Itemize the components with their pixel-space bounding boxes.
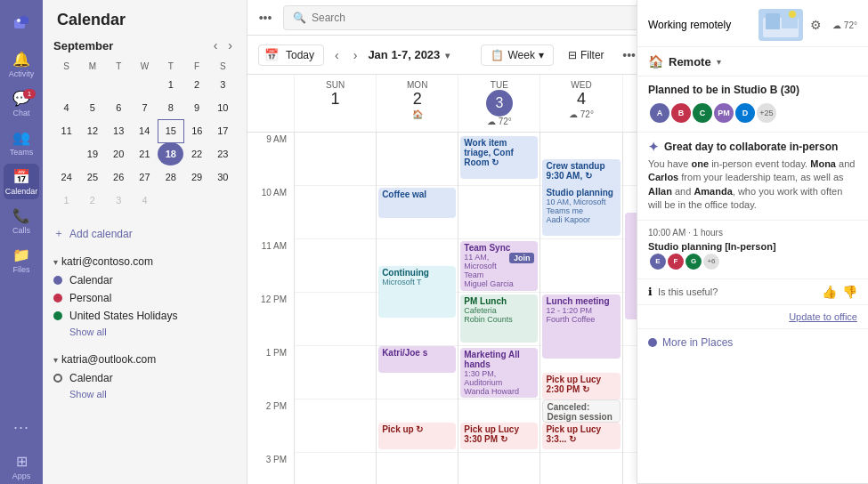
event-lunch-meeting[interactable]: Lunch meeting 12 - 1:20 PM Fourth Coffee [542, 294, 620, 359]
sidebar-item-calendar[interactable]: 📅 Calendar [4, 164, 39, 199]
today-button[interactable]: Today [282, 47, 318, 63]
mini-cal-day[interactable] [210, 189, 236, 212]
mini-cal-day[interactable]: 20 [106, 142, 132, 165]
mini-cal-day[interactable]: 3 [106, 189, 132, 212]
mini-cal-day[interactable]: 8 [158, 96, 183, 119]
filter-button[interactable]: ⊟ Filter [561, 45, 612, 65]
event-design-session[interactable]: Canceled: Design session [542, 399, 620, 423]
mini-cal-day[interactable] [53, 142, 79, 165]
more-places-button[interactable]: More in Places [637, 329, 868, 356]
mini-cal-day[interactable]: 21 [132, 142, 158, 165]
day-header-tue: Tue 3 ☁ 72° [458, 75, 539, 132]
mini-cal-day[interactable]: 9 [183, 96, 209, 119]
mini-cal-week-2[interactable]: 4 5 6 7 8 9 10 [53, 96, 236, 119]
mini-cal-day[interactable]: 1 [53, 189, 79, 212]
contoso-section-header[interactable]: ▾ katri@contoso.com [53, 252, 236, 271]
sidebar-item-more[interactable]: ··· [4, 409, 39, 445]
event-team-sync[interactable]: Team Sync Join 11 AM, Microsoft Team Mig… [460, 241, 538, 291]
week-view-button[interactable]: 📋 Week ▾ [481, 44, 553, 66]
show-all-contoso[interactable]: Show all [53, 325, 236, 343]
mini-cal-day[interactable]: 2 [183, 73, 209, 96]
mini-cal-day[interactable]: 17 [210, 119, 236, 142]
thumbs-up-icon[interactable]: 👍 [822, 285, 837, 299]
mini-cal-day[interactable]: 12 [79, 119, 105, 142]
search-bar[interactable]: 🔍 [283, 5, 639, 30]
mini-cal-day[interactable]: 18 [158, 142, 183, 165]
mini-cal-day[interactable]: 5 [79, 96, 105, 119]
mini-cal-day[interactable]: 11 [53, 119, 79, 142]
event-pm-lunch[interactable]: PM Lunch Cafeteria Robin Counts [460, 294, 538, 343]
mini-cal-day[interactable]: 6 [106, 96, 132, 119]
calendar-item-outlook-cal[interactable]: Calendar [53, 369, 236, 387]
popup-event-item[interactable]: 10:00 AM · 1 hours Studio planning [In-p… [637, 221, 868, 279]
mini-cal-day[interactable]: 10 [210, 96, 236, 119]
studio-avatar-1: A [648, 101, 671, 125]
event-pickup-mon[interactable]: Pick up ↻ [378, 423, 456, 449]
event-studio-planning[interactable]: Studio planning 10 AM, Microsoft Teams m… [542, 186, 620, 236]
mini-cal-next[interactable]: › [224, 36, 236, 54]
popup-location-row[interactable]: 🏠 Remote ▾ [637, 47, 868, 77]
sidebar-item-files[interactable]: 📁 Files [4, 242, 39, 278]
mini-cal-week-4[interactable]: 19 20 21 18 22 23 [53, 142, 236, 165]
prev-week-button[interactable]: ‹ [331, 44, 343, 66]
mini-cal-day[interactable]: 15 [158, 119, 183, 142]
event-katri-joe[interactable]: Katri/Joe s [378, 346, 456, 373]
mini-cal-day[interactable] [79, 73, 105, 96]
more-options-button[interactable]: ••• [255, 7, 276, 28]
date-chevron-icon: ▾ [445, 51, 450, 60]
sidebar-item-activity[interactable]: 🔔 Activity [4, 46, 39, 82]
event-pickup-330-wed[interactable]: Pick up Lucy 3:3... ↻ [542, 423, 620, 449]
sidebar-item-calls[interactable]: 📞 Calls [4, 203, 39, 238]
mini-cal-day[interactable]: 28 [158, 165, 183, 189]
event-continuing[interactable]: Continuing Microsoft T [378, 266, 456, 318]
mini-cal-week-1[interactable]: 1 2 3 [53, 73, 236, 96]
mini-cal-day[interactable]: 26 [106, 165, 132, 189]
mini-cal-day[interactable]: 7 [132, 96, 158, 119]
mini-cal-day[interactable]: 23 [210, 142, 236, 165]
calendar-item-contoso-cal[interactable]: Calendar [53, 271, 236, 289]
calendar-item-holidays[interactable]: United States Holidays [53, 307, 236, 325]
sidebar-item-apps[interactable]: ⊞ Apps [4, 448, 39, 484]
mini-cal-day[interactable]: 29 [183, 165, 209, 189]
mini-cal-day[interactable] [53, 73, 79, 96]
mini-cal-day[interactable]: 19 [79, 142, 105, 165]
sidebar-item-teams-nav[interactable]: 👥 Teams [4, 125, 39, 160]
show-all-outlook[interactable]: Show all [53, 387, 236, 405]
add-calendar-button[interactable]: ＋ Add calendar [53, 222, 236, 245]
mini-cal-day[interactable]: 25 [79, 165, 105, 189]
thumbs-down-icon[interactable]: 👎 [842, 285, 857, 299]
mini-cal-day[interactable]: 4 [53, 96, 79, 119]
mini-cal-week-3[interactable]: 11 12 13 14 15 16 17 [53, 119, 236, 142]
mini-cal-day[interactable]: 30 [210, 165, 236, 189]
mini-cal-day[interactable]: 2 [79, 189, 105, 212]
settings-gear-icon[interactable]: ⚙ [810, 18, 822, 32]
mini-cal-day[interactable]: 22 [183, 142, 209, 165]
mini-cal-day[interactable]: 27 [132, 165, 158, 189]
event-pickup-230[interactable]: Pick up Lucy 2:30 PM ↻ [542, 373, 620, 399]
mini-cal-prev[interactable]: ‹ [210, 36, 222, 54]
calendar-item-personal[interactable]: Personal [53, 289, 236, 307]
outlook-section-header[interactable]: ▾ katria@outlook.com [53, 350, 236, 369]
event-coffee-walk[interactable]: Coffee wal [378, 188, 456, 218]
mini-cal-week-5[interactable]: 24 25 26 27 28 29 30 [53, 165, 236, 189]
event-pickup-tue[interactable]: Pick up Lucy 3:30 PM ↻ [460, 423, 538, 449]
mini-cal-day[interactable] [106, 73, 132, 96]
mini-cal-day[interactable] [158, 189, 183, 212]
mini-cal-day[interactable]: 1 [158, 73, 183, 96]
mini-cal-day[interactable] [183, 189, 209, 212]
sidebar-item-teams[interactable] [4, 7, 39, 43]
sidebar-item-chat[interactable]: 💬 Chat 1 [4, 85, 39, 121]
event-work-item-triage[interactable]: Work item triage, Conf Room ↻ [460, 136, 538, 179]
mini-cal-day[interactable] [132, 73, 158, 96]
mini-cal-day[interactable]: 16 [183, 119, 209, 142]
mini-cal-day[interactable]: 13 [106, 119, 132, 142]
search-input[interactable] [312, 12, 629, 24]
mini-cal-day[interactable]: 3 [210, 73, 236, 96]
mini-cal-week-6[interactable]: 1 2 3 4 [53, 189, 236, 212]
update-office-link[interactable]: Update to office [789, 311, 857, 322]
mini-cal-day[interactable]: 4 [132, 189, 158, 212]
mini-cal-day[interactable]: 14 [132, 119, 158, 142]
mini-cal-day[interactable]: 24 [53, 165, 79, 189]
event-marketing-allhands[interactable]: Marketing All hands 1:30 PM, Auditorium … [460, 348, 538, 398]
next-week-button[interactable]: › [350, 44, 361, 66]
